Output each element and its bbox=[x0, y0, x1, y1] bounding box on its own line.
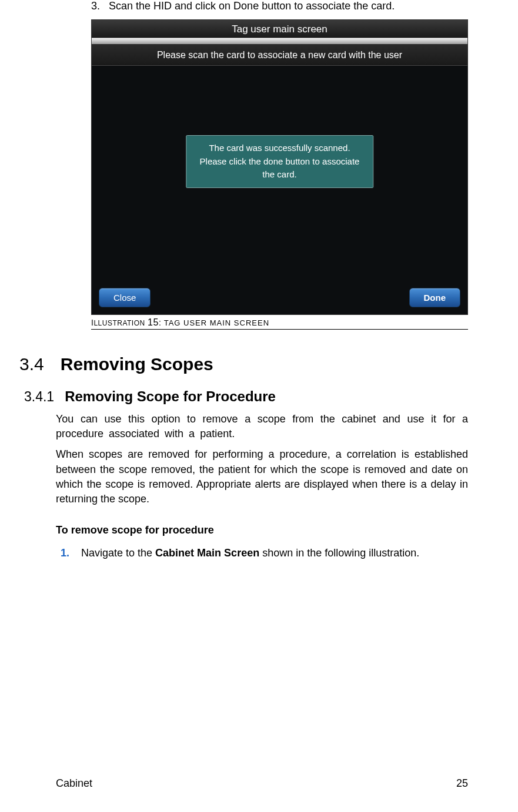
done-button[interactable]: Done bbox=[409, 288, 461, 307]
screenshot-body: The card was successfully scanned. Pleas… bbox=[92, 66, 467, 283]
footer-left: Cabinet bbox=[56, 777, 92, 790]
footer-right: 25 bbox=[456, 777, 468, 790]
scan-success-modal: The card was successfully scanned. Pleas… bbox=[186, 135, 374, 188]
section-title: Removing Scopes bbox=[61, 354, 213, 374]
caption-word: LLUSTRATION bbox=[93, 319, 145, 327]
caption-colon: : bbox=[159, 318, 161, 327]
step1-number: 1. bbox=[61, 547, 69, 559]
step1-pre: Navigate to the bbox=[81, 547, 155, 559]
page-footer: Cabinet 25 bbox=[56, 777, 468, 790]
close-button[interactable]: Close bbox=[99, 288, 151, 307]
step1-text: Navigate to the Cabinet Main Screen show… bbox=[81, 547, 419, 559]
modal-line2: Please click the done button to associat… bbox=[197, 155, 363, 182]
screenshot-instruction: Please scan the card to associate a new … bbox=[92, 44, 467, 66]
step3-text: Scan the HID and click on Done button to… bbox=[109, 0, 395, 12]
modal-line1: The card was successfully scanned. bbox=[197, 142, 363, 155]
illustration-container: Tag user main screen Please scan the car… bbox=[91, 19, 468, 315]
step3-number: 3. bbox=[91, 0, 102, 12]
paragraph-1: You can use this option to remove a scop… bbox=[56, 412, 468, 441]
illustration-caption: ILLUSTRATION 15: TAG USER MAIN SCREEN bbox=[91, 315, 468, 330]
section-number: 3.4 bbox=[19, 354, 44, 374]
caption-number: 15 bbox=[148, 317, 159, 327]
step1-post: shown in the following illustration. bbox=[259, 547, 419, 559]
screenshot-title-bar: Tag user main screen bbox=[92, 20, 467, 38]
paragraph-2: When scopes are removed for performing a… bbox=[56, 447, 468, 506]
screenshot-divider bbox=[92, 38, 467, 44]
subsection-number: 3.4.1 bbox=[24, 389, 54, 405]
caption-rest: TAG USER MAIN SCREEN bbox=[164, 318, 269, 327]
step1-bold: Cabinet Main Screen bbox=[155, 547, 259, 559]
subsection-title: Removing Scope for Procedure bbox=[65, 388, 276, 405]
procedure-heading: To remove scope for procedure bbox=[56, 524, 468, 536]
